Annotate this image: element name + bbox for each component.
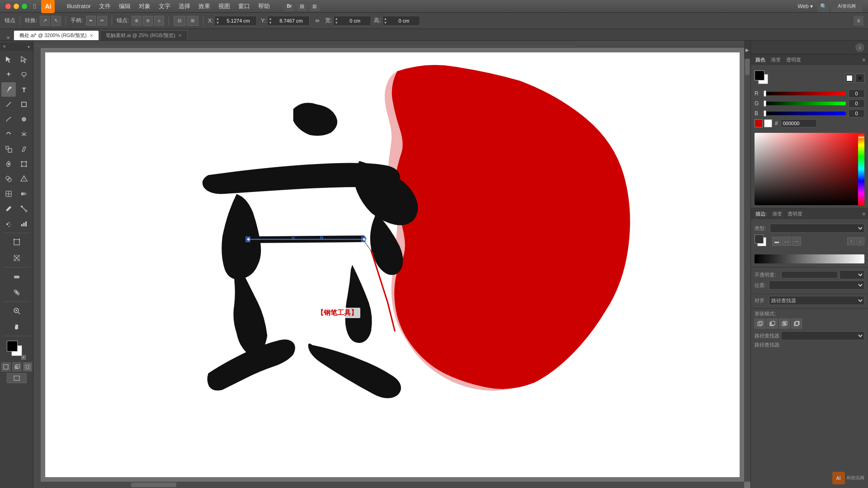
stroke-dark-swatch[interactable]	[755, 235, 764, 244]
stroke-panel-menu[interactable]: ≡	[863, 211, 865, 216]
scrollbar-horizontal[interactable]	[41, 482, 744, 488]
shear-tool[interactable]	[17, 142, 31, 156]
line-tool[interactable]	[1, 97, 16, 112]
minus-front-btn[interactable]	[767, 319, 778, 328]
handle-btn-2[interactable]: ✏	[97, 16, 107, 26]
tab-1-close[interactable]: ✕	[90, 33, 93, 38]
transparency-stroke-tab[interactable]: 透明度	[786, 210, 804, 218]
unite-btn[interactable]	[755, 319, 765, 328]
r-slider-track[interactable]	[764, 92, 846, 95]
puppet-warp-tool[interactable]	[1, 157, 16, 171]
transform-btn-1[interactable]: ↗	[40, 16, 50, 26]
canvas-viewport[interactable]: 【钢笔工具】	[41, 48, 744, 482]
gradient-tab[interactable]: 渐变	[769, 56, 783, 64]
color-panel-menu[interactable]: ≡	[863, 57, 865, 62]
toolbox-close[interactable]: ✕	[3, 44, 6, 49]
screen-mode-btn[interactable]	[7, 373, 27, 383]
stroke-dotted-btn[interactable]: ···	[792, 237, 801, 246]
free-transform-tool[interactable]	[17, 157, 31, 171]
workspace-label[interactable]: Web ▾	[797, 3, 813, 9]
selection-tool[interactable]	[1, 52, 16, 67]
stroke-down-btn[interactable]: ↓	[856, 237, 864, 245]
transparency-tab[interactable]: 透明度	[784, 56, 803, 64]
gradient-tool[interactable]	[17, 187, 31, 201]
transform-options[interactable]: ⊟	[174, 16, 185, 26]
toolbox-expand[interactable]: ▸	[28, 44, 30, 49]
height-value-input[interactable]	[388, 16, 420, 25]
b-value-input[interactable]	[849, 109, 864, 117]
gradient-stroke-tab[interactable]: 渐变	[770, 210, 784, 218]
scrollbar-vertical[interactable]	[744, 48, 750, 482]
search-icon[interactable]: 🔍	[817, 0, 829, 12]
eraser-tool[interactable]	[9, 269, 24, 284]
lasso-tool[interactable]	[17, 67, 31, 82]
menu-app[interactable]: Illustrator	[63, 2, 94, 10]
graph-tool[interactable]	[17, 216, 31, 231]
tab-2-close[interactable]: ✕	[178, 33, 182, 38]
align-options[interactable]: ⊞	[187, 16, 198, 26]
bridge-icon[interactable]: Br	[284, 1, 294, 11]
type-select[interactable]	[770, 224, 864, 233]
g-value-input[interactable]	[849, 99, 864, 108]
anchor-btn-1[interactable]: ⊕	[132, 16, 142, 26]
h-down-arrow[interactable]: ▼	[384, 21, 387, 25]
menu-select[interactable]: 选择	[175, 1, 194, 11]
g-slider-track[interactable]	[764, 102, 846, 105]
g-slider-thumb[interactable]	[764, 100, 766, 107]
tab-close-active[interactable]: ✕	[5, 35, 12, 40]
x-up-arrow[interactable]: ▲	[216, 17, 219, 21]
canvas-area[interactable]: 【钢笔工具】	[33, 41, 750, 488]
rotate-tool[interactable]	[1, 127, 16, 141]
exclude-btn[interactable]	[791, 319, 802, 328]
draw-normal-btn[interactable]	[1, 362, 10, 371]
stroke-solid-btn[interactable]: ▬	[772, 237, 781, 246]
draw-inside-btn[interactable]	[23, 362, 32, 371]
rectangle-tool[interactable]	[17, 97, 31, 112]
panel-toggle[interactable]: ▥	[310, 1, 320, 11]
tab-2[interactable]: 笔触素材.ai @ 25% (RGB/预览) ✕	[100, 30, 188, 40]
perspective-grid-tool[interactable]	[17, 172, 31, 186]
scrollbar-thumb-h[interactable]	[131, 483, 176, 487]
color-gradient-picker[interactable]	[755, 133, 864, 205]
w-up-arrow[interactable]: ▲	[335, 17, 338, 21]
stroke-dashed-btn[interactable]: - -	[782, 237, 791, 246]
width-value-input[interactable]	[339, 16, 371, 25]
hue-slider[interactable]	[858, 133, 864, 205]
pathfinder-select[interactable]	[781, 331, 864, 340]
artboard-tool[interactable]	[9, 235, 24, 249]
menu-type[interactable]: 文字	[155, 1, 174, 11]
menu-file[interactable]: 文件	[95, 1, 114, 11]
intersect-btn[interactable]	[779, 319, 790, 328]
fill-color-swatch[interactable]	[755, 70, 764, 80]
pen-tool[interactable]	[1, 82, 16, 97]
x-down-arrow[interactable]: ▼	[216, 21, 219, 25]
link-aspect-icon[interactable]	[312, 16, 322, 26]
magic-wand-tool[interactable]	[1, 67, 16, 82]
expand-btn[interactable]: ≡	[854, 16, 863, 26]
none-color-btn[interactable]: ✕	[855, 74, 864, 83]
stroke-up-btn[interactable]: ↑	[847, 237, 855, 245]
slice-tool[interactable]	[9, 251, 24, 265]
stroke-tab[interactable]: 描边:	[754, 210, 769, 218]
blend-tool[interactable]	[17, 202, 31, 216]
color-tab[interactable]: 颜色	[754, 56, 767, 64]
h-up-arrow[interactable]: ▲	[384, 17, 387, 21]
symbol-sprayer-tool[interactable]	[1, 216, 16, 231]
menu-effect[interactable]: 效果	[195, 1, 214, 11]
r-value-input[interactable]	[849, 89, 864, 98]
b-slider-thumb[interactable]	[764, 110, 766, 117]
menu-window[interactable]: 窗口	[235, 1, 254, 11]
close-button[interactable]	[5, 4, 11, 9]
pencil-tool[interactable]	[1, 112, 16, 127]
opacity-slider-track[interactable]	[781, 271, 838, 278]
anchor-btn-3[interactable]: ⌾	[154, 16, 164, 26]
mesh-tool[interactable]	[1, 187, 16, 201]
y-up-arrow[interactable]: ▲	[269, 17, 272, 21]
blob-brush-tool[interactable]	[17, 112, 31, 127]
menu-object[interactable]: 对象	[135, 1, 154, 11]
hex-input[interactable]	[781, 119, 817, 127]
minimize-button[interactable]	[14, 4, 19, 9]
anchor-btn-2[interactable]: ⊖	[143, 16, 153, 26]
align-select[interactable]: 路径查找器	[769, 296, 864, 305]
w-down-arrow[interactable]: ▼	[335, 21, 338, 25]
